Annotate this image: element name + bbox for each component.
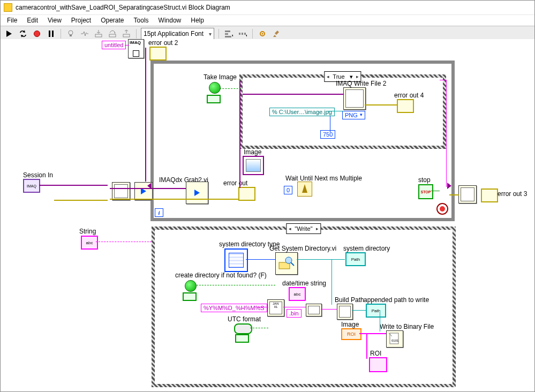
labview-icon <box>4 3 12 12</box>
svg-rect-5 <box>225 31 230 32</box>
ring-png[interactable]: PNG <box>342 111 365 119</box>
indicator-error-out-3[interactable] <box>481 189 498 202</box>
string-const-format[interactable]: %Y%M%D_%H%M%S <box>201 304 267 312</box>
svg-rect-9 <box>239 33 240 35</box>
step-into-button[interactable] <box>93 28 104 39</box>
shift-register-left <box>147 183 152 189</box>
case-struct-write[interactable]: ◂ "Write" ▸ system directory type Get Sy… <box>152 227 456 387</box>
imaq-create-node[interactable]: IMAQ <box>128 39 144 58</box>
indicator-roi[interactable] <box>369 357 387 372</box>
loop-condition[interactable] <box>436 203 448 215</box>
loop-arrows-icon <box>19 29 27 38</box>
menu-edit[interactable]: Edit <box>22 16 42 25</box>
step-over-button[interactable] <box>107 28 118 39</box>
write-binary-file-node[interactable]: 0101 <box>386 330 403 348</box>
svg-rect-2 <box>95 34 102 37</box>
font-combo[interactable]: 15pt Application Font <box>141 28 214 40</box>
label-image-prop: Image <box>341 321 359 328</box>
distribute-button[interactable]: ▾ <box>237 28 248 39</box>
menu-project[interactable]: Project <box>67 16 95 25</box>
svg-text:▾: ▾ <box>232 33 233 38</box>
control-stop[interactable]: STOP <box>418 184 433 199</box>
imaq-write-file-node[interactable] <box>343 87 366 110</box>
property-node-roi[interactable]: ROI <box>341 328 361 340</box>
step-over-icon <box>108 29 117 38</box>
label-stop: stop <box>418 176 431 184</box>
label-utc: UTC format <box>228 315 261 323</box>
menu-file[interactable]: File <box>3 16 21 25</box>
path-const-image[interactable]: % C:\User…\image.jpg <box>269 108 335 116</box>
svg-rect-3 <box>109 34 116 37</box>
svg-rect-7 <box>225 36 231 37</box>
numeric-const-wait[interactable]: 0 <box>284 186 292 194</box>
indicator-appended-path[interactable]: Path <box>366 304 386 318</box>
menu-help[interactable]: Help <box>186 16 208 25</box>
svg-rect-10 <box>242 33 243 35</box>
binary-file-icon: 0101 <box>387 331 403 347</box>
label-roi: ROI <box>370 350 381 357</box>
string-const-untitled[interactable]: untitled <box>102 41 126 49</box>
step-out-button[interactable] <box>121 28 132 39</box>
pause-button[interactable] <box>46 28 56 39</box>
menu-tools[interactable]: Tools <box>130 16 153 25</box>
label-write-bin: Write to Binary File <box>380 323 434 330</box>
cleanup-button[interactable] <box>271 28 282 39</box>
svg-text:▾: ▾ <box>246 33 247 38</box>
label-error-out-3: error out 3 <box>498 190 527 198</box>
label-date-time: date/time string <box>282 280 326 287</box>
wait-multiple-node[interactable] <box>297 182 312 197</box>
label-error-out: error out <box>223 179 247 187</box>
svg-text:0101: 0101 <box>391 339 399 342</box>
reorder-button[interactable] <box>257 28 268 39</box>
run-button[interactable] <box>4 28 14 39</box>
control-create-dir[interactable] <box>185 280 197 292</box>
indicator-date-time[interactable]: abc <box>289 287 306 301</box>
svg-point-14 <box>262 33 263 35</box>
build-path-node[interactable] <box>337 304 353 320</box>
case-struct-save[interactable]: ◂ True ▾ ▸ IMAQ Write File 2 PNG error o… <box>239 74 446 149</box>
menu-operate[interactable]: Operate <box>96 16 128 25</box>
menu-view[interactable]: View <box>43 16 66 25</box>
step-out-icon <box>122 29 131 38</box>
svg-rect-4 <box>123 34 130 37</box>
label-get-sys-dir: Get System Directory.vi <box>269 245 336 252</box>
label-take-image: Take Image <box>204 73 237 81</box>
label-error-out-2: error out 2 <box>148 39 178 47</box>
label-imaq-write: IMAQ Write File 2 <box>336 80 386 87</box>
string-const-bin[interactable]: .bin <box>287 309 302 318</box>
indicator-error-out-2[interactable] <box>149 47 167 61</box>
indicator-image[interactable] <box>243 156 264 175</box>
align-button[interactable]: ▾ <box>223 28 234 39</box>
concat-strings-node[interactable] <box>306 304 322 316</box>
get-system-directory-node[interactable] <box>275 252 298 275</box>
numeric-const-750[interactable]: 750 <box>320 130 335 139</box>
iteration-terminal: i <box>155 208 163 217</box>
indicator-system-directory[interactable]: Path <box>345 252 366 266</box>
control-string[interactable]: abc <box>81 236 98 250</box>
case-selector-write[interactable]: ◂ "Write" ▸ <box>286 223 321 234</box>
label-image: Image <box>244 148 261 156</box>
indicator-error-out[interactable] <box>238 187 255 201</box>
create-dir-terminal <box>183 292 197 301</box>
label-wait: Wait Until Next ms Multiple <box>285 175 362 182</box>
window-title: cameracontrol_withSave_LoadROI_Separatin… <box>16 4 230 11</box>
indicator-error-out-4[interactable] <box>397 99 414 113</box>
abort-button[interactable] <box>32 28 42 39</box>
ring-sys-dir-type[interactable] <box>224 248 248 272</box>
control-utc-slide[interactable] <box>234 323 252 334</box>
align-icon: ▾ <box>224 29 233 38</box>
retain-wire-button[interactable] <box>79 28 90 39</box>
label-appended: appended path to write <box>364 296 429 304</box>
control-session-in[interactable]: IMAQ <box>23 179 40 193</box>
imaqdx-grab-node[interactable] <box>186 182 208 204</box>
while-loop[interactable]: Take Image ◂ True ▾ ▸ IMAQ Write File 2 … <box>150 61 455 221</box>
block-diagram-canvas[interactable]: untitled IMAQ error out 2 Session In IMA… <box>1 39 534 391</box>
lightbulb-icon <box>66 29 75 38</box>
imaqdx-open-node[interactable] <box>112 182 130 200</box>
merge-errors-node[interactable] <box>458 185 477 203</box>
control-take-image[interactable] <box>209 82 221 94</box>
menu-window[interactable]: Window <box>154 16 186 25</box>
format-datetime-node[interactable]: JAN01 <box>267 299 284 316</box>
highlight-exec-button[interactable] <box>65 28 76 39</box>
run-continuous-button[interactable] <box>18 28 28 39</box>
